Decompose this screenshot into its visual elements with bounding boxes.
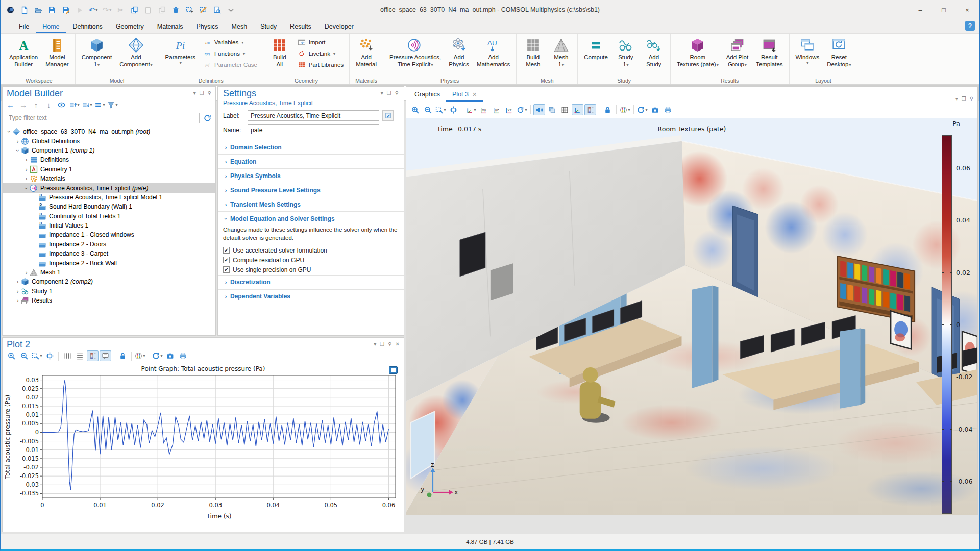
tab-plot-3[interactable]: Plot 3✕ bbox=[446, 88, 483, 102]
section-equation[interactable]: ›Equation bbox=[218, 154, 404, 168]
import-button[interactable]: Import bbox=[294, 37, 347, 48]
tree-item-initial-values-1[interactable]: DInitial Values 1 bbox=[3, 221, 215, 230]
tree-expander-icon[interactable]: › bbox=[23, 166, 30, 172]
pin-icon[interactable]: ⚲ bbox=[208, 90, 211, 96]
zoom-extents-icon[interactable] bbox=[44, 350, 56, 361]
snapshot-icon[interactable] bbox=[164, 350, 176, 361]
x-grid-icon[interactable] bbox=[61, 350, 73, 361]
lock-icon[interactable] bbox=[602, 104, 614, 115]
parameters-button[interactable]: PiParameters▾ bbox=[162, 35, 199, 66]
zoom-out-icon[interactable] bbox=[422, 104, 434, 115]
tree-expander-icon[interactable]: › bbox=[23, 176, 30, 182]
part-libraries-button[interactable]: Part Libraries bbox=[294, 59, 347, 70]
add-mathematics-button[interactable]: ΔUAddMathematics bbox=[473, 35, 513, 68]
scene-refresh-icon[interactable]: ▾ bbox=[636, 104, 648, 115]
compute-button[interactable]: Compute bbox=[580, 35, 611, 61]
section-dependent-variables[interactable]: ›Dependent Variables bbox=[218, 289, 404, 304]
rotate-icon[interactable]: ▾ bbox=[516, 104, 528, 115]
dropdown-icon[interactable]: ▾ bbox=[955, 96, 958, 102]
dropdown-icon[interactable]: ▾ bbox=[193, 90, 196, 96]
section-transient-mesh-settings[interactable]: ›Transient Mesh Settings bbox=[218, 197, 404, 211]
tree-item-office-space-63-30t0-n4-ma-out-mph[interactable]: ›office_space_63_30T0_N4_ma_out.mph(root… bbox=[3, 127, 215, 136]
annotations-icon[interactable] bbox=[100, 350, 111, 361]
tree-item-impedance-1-closed-windows[interactable]: Impedance 1 - Closed windows bbox=[3, 230, 215, 239]
model-manager-button[interactable]: ModelManager bbox=[42, 35, 72, 68]
color-legend-icon[interactable] bbox=[584, 104, 596, 115]
livelink-button[interactable]: LiveLink▾ bbox=[294, 48, 347, 59]
mesh-1-button[interactable]: Mesh1▾ bbox=[547, 35, 575, 68]
tree-item-sound-hard-boundary-wall-1[interactable]: DSound Hard Boundary (Wall) 1 bbox=[3, 202, 215, 211]
float-icon[interactable]: ❐ bbox=[380, 341, 384, 347]
print-icon[interactable] bbox=[177, 350, 189, 361]
tree-item-results[interactable]: ›Results bbox=[3, 296, 215, 305]
tree-item-study-1[interactable]: ›Study 1 bbox=[3, 287, 215, 296]
move-down-icon[interactable]: ▾ bbox=[81, 99, 93, 110]
filter-input[interactable] bbox=[6, 113, 200, 123]
tree-item-impedance-2-doors[interactable]: Impedance 2 - Doors bbox=[3, 240, 215, 249]
menu-physics[interactable]: Physics bbox=[189, 20, 225, 33]
copy-icon[interactable] bbox=[128, 3, 141, 16]
menu-home[interactable]: Home bbox=[36, 20, 66, 33]
pin-icon[interactable]: ⚲ bbox=[970, 96, 973, 102]
more-icon[interactable] bbox=[225, 3, 237, 16]
show-icon[interactable] bbox=[56, 99, 67, 110]
image-settings-icon[interactable]: ▾ bbox=[619, 104, 631, 115]
refresh-filter-icon[interactable] bbox=[202, 111, 212, 124]
pressure-acoustics-time-explicit-button[interactable]: Pressure Acoustics,Time Explicit▾ bbox=[386, 35, 445, 68]
tree-expander-icon[interactable]: › bbox=[23, 157, 30, 163]
menu-geometry[interactable]: Geometry bbox=[109, 20, 151, 33]
study-1-button[interactable]: Study1▾ bbox=[612, 35, 640, 68]
save-icon[interactable] bbox=[45, 3, 58, 16]
tree-item-impedance-3-carpet[interactable]: Impedance 3 - Carpet bbox=[3, 249, 215, 258]
section-domain-selection[interactable]: ›Domain Selection bbox=[218, 140, 404, 154]
plot-refresh-icon[interactable]: ▾ bbox=[152, 350, 163, 361]
functions-button[interactable]: f(x)Functions▾ bbox=[200, 48, 260, 59]
build-mesh-button[interactable]: BuildMesh bbox=[519, 35, 547, 68]
view-xz-icon[interactable]: xz bbox=[503, 104, 515, 115]
close-tab-icon[interactable]: ✕ bbox=[472, 91, 477, 98]
cut-icon[interactable]: ✂ bbox=[114, 3, 127, 16]
tree-item-geometry-1[interactable]: ›Geometry 1 bbox=[3, 165, 215, 174]
variables-button[interactable]: a=Variables▾ bbox=[200, 37, 260, 48]
label-field[interactable] bbox=[248, 110, 379, 121]
build-all-button[interactable]: BuildAll bbox=[266, 35, 293, 68]
find-icon[interactable] bbox=[211, 3, 224, 16]
pin-icon[interactable]: ⚲ bbox=[395, 90, 399, 96]
dropdown-icon[interactable]: ▾ bbox=[381, 90, 383, 96]
deselect-box-icon[interactable] bbox=[197, 3, 210, 16]
zoom-in-icon[interactable] bbox=[6, 350, 17, 361]
tree-item-definitions[interactable]: ›Definitions bbox=[3, 155, 215, 164]
plot-source-icon[interactable] bbox=[389, 366, 398, 374]
pin-icon[interactable]: ⚲ bbox=[388, 341, 391, 347]
float-icon[interactable]: ❐ bbox=[200, 90, 204, 96]
dropdown-icon[interactable]: ▾ bbox=[374, 341, 376, 347]
save-as-icon[interactable] bbox=[59, 3, 72, 16]
reset-desktop-button[interactable]: ResetDesktop▾ bbox=[823, 35, 854, 68]
menu-results[interactable]: Results bbox=[283, 20, 318, 33]
room-textures-pate-button[interactable]: RoomTextures (pate)▾ bbox=[673, 35, 722, 68]
section-discretization[interactable]: ›Discretization bbox=[218, 275, 404, 289]
image-settings-icon[interactable]: ▾ bbox=[134, 350, 146, 361]
checkbox[interactable]: ✔ bbox=[223, 266, 230, 273]
float-icon[interactable]: ❐ bbox=[387, 90, 391, 96]
forward-icon[interactable]: → bbox=[17, 99, 29, 110]
tree-expander-icon[interactable]: › bbox=[6, 129, 12, 135]
default-view-icon[interactable]: ▾ bbox=[465, 104, 477, 115]
redo-icon[interactable]: ↷▾ bbox=[101, 3, 113, 16]
section-sound-pressure-level-settings[interactable]: ›Sound Pressure Level Settings bbox=[218, 183, 404, 197]
zoom-box-icon[interactable]: ▾ bbox=[435, 104, 447, 115]
paste-icon[interactable] bbox=[142, 3, 155, 16]
tree-expander-icon[interactable]: › bbox=[23, 185, 30, 191]
zoom-extents-icon[interactable] bbox=[448, 104, 459, 115]
tree-item-pressure-acoustics-time-explicit-model-1[interactable]: DPressure Acoustics, Time Explicit Model… bbox=[3, 193, 215, 202]
new-icon[interactable] bbox=[18, 3, 31, 16]
close-button[interactable]: × bbox=[955, 0, 979, 19]
view-xy-icon[interactable]: xy bbox=[478, 104, 489, 115]
undo-icon[interactable]: ↶▾ bbox=[87, 3, 100, 16]
move-up-icon[interactable]: ▾ bbox=[68, 99, 80, 110]
close-icon[interactable]: ✕ bbox=[396, 341, 400, 347]
windows-button[interactable]: Windows▾ bbox=[792, 35, 823, 66]
float-icon[interactable]: ❐ bbox=[962, 96, 966, 102]
section-model-equation-and-solver-settings[interactable]: ›Model Equation and Solver Settings bbox=[218, 211, 404, 226]
result-templates-button[interactable]: ResultTemplates bbox=[752, 35, 786, 68]
